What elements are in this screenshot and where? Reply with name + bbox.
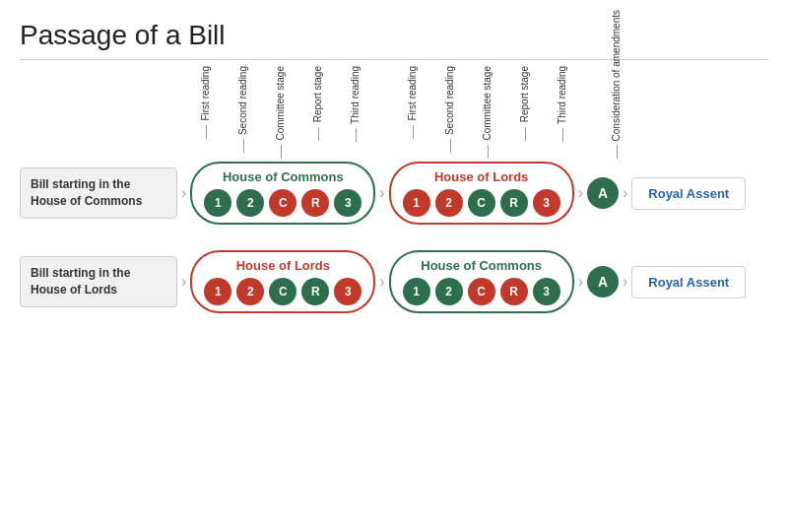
circle-3-2: 2	[236, 278, 264, 305]
circle-2-2: 2	[435, 189, 463, 217]
house-lords-second: House of Lords 1 2 C R 3	[389, 162, 574, 225]
circle-3-5: 3	[334, 278, 361, 305]
circle-4-2: 2	[435, 278, 463, 305]
circle-4-1: 1	[403, 278, 430, 305]
col-header-10: Third reading	[544, 66, 581, 159]
page-title: Passage of a Bill	[20, 20, 768, 51]
circle-4-3: C	[468, 278, 495, 305]
circle-2-3: C	[468, 189, 495, 217]
header-group-2: First reading Second reading Committee s…	[394, 66, 581, 159]
assent-circle-2: A	[587, 266, 619, 298]
bill-row-commons: Bill starting in the House of Commons › …	[20, 159, 768, 228]
arrow-6: ›	[375, 273, 388, 291]
col-header-1: First reading	[187, 66, 225, 159]
circle-3-1: 1	[204, 278, 231, 305]
col-header-7: Second reading	[431, 66, 469, 159]
stage-circles-lords-2: 1 2 C R 3	[204, 278, 361, 305]
arrow-4: ›	[619, 184, 631, 202]
row-label-commons: Bill starting in the House of Commons	[20, 167, 177, 219]
royal-assent-1: Royal Assent	[631, 177, 746, 210]
circle-3-3: C	[269, 278, 296, 305]
arrow-1: ›	[177, 184, 190, 202]
arrow-5: ›	[177, 273, 190, 291]
divider	[20, 59, 768, 60]
royal-assent-2: Royal Assent	[631, 266, 746, 299]
stage-circles-commons-2: 1 2 C R 3	[403, 278, 560, 305]
col-header-2: Second reading	[225, 66, 262, 159]
arrow-7: ›	[574, 273, 587, 291]
circle-2-1: 1	[403, 189, 430, 217]
col-header-4: Report stage	[299, 66, 337, 159]
column-headers: First reading Second reading Committee s…	[20, 70, 768, 159]
assent-circle-1: A	[587, 177, 619, 209]
col-header-3: Committee stage	[262, 66, 299, 159]
stage-circles-commons-1: 1 2 C R 3	[204, 189, 361, 217]
bill-row-lords: Bill starting in the House of Lords › Ho…	[20, 247, 768, 316]
arrow-3: ›	[574, 184, 587, 202]
arrow-8: ›	[619, 273, 631, 291]
house-commons-first: House of Commons 1 2 C R 3	[190, 162, 375, 225]
house-commons-second: House of Commons 1 2 C R 3	[389, 250, 574, 313]
diagram-area: First reading Second reading Committee s…	[20, 70, 768, 316]
circle-4-5: 3	[533, 278, 560, 305]
circle-1-1: 1	[204, 189, 231, 217]
col-header-6: First reading	[394, 66, 431, 159]
col-header-9: Report stage	[506, 66, 544, 159]
circle-3-4: R	[301, 278, 329, 305]
circle-2-4: R	[500, 189, 528, 217]
page: Passage of a Bill First reading Second r…	[0, 0, 788, 346]
arrow-2: ›	[375, 184, 388, 202]
circle-1-2: 2	[236, 189, 264, 217]
col-header-extra: Consideration of amendments	[591, 10, 642, 159]
circle-1-4: R	[301, 189, 329, 217]
stage-circles-lords-1: 1 2 C R 3	[403, 189, 560, 217]
circle-1-5: 3	[334, 189, 361, 217]
circle-1-3: C	[269, 189, 296, 217]
col-header-8: Committee stage	[469, 66, 506, 159]
header-group-1: First reading Second reading Committee s…	[187, 66, 374, 159]
col-header-5: Third reading	[337, 66, 374, 159]
circle-4-4: R	[500, 278, 528, 305]
house-lords-first: House of Lords 1 2 C R 3	[190, 250, 375, 313]
row-label-lords: Bill starting in the House of Lords	[20, 256, 177, 307]
circle-2-5: 3	[533, 189, 560, 217]
